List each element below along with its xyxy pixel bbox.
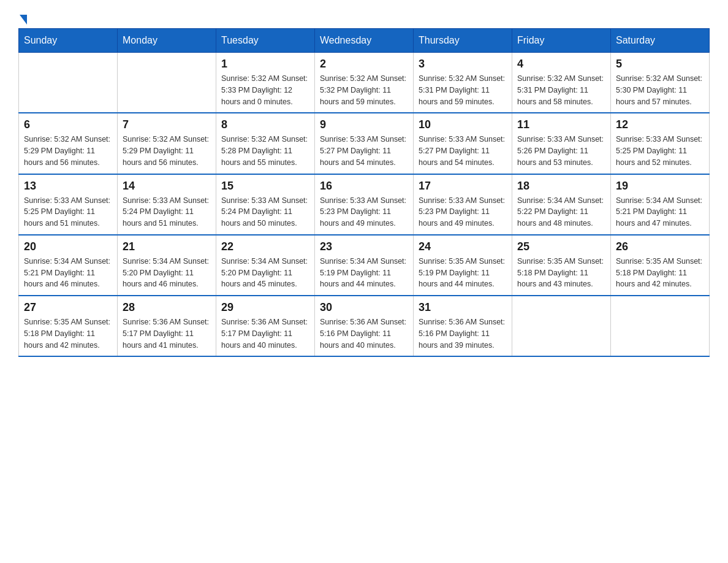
day-number: 7 (123, 118, 211, 131)
calendar-cell: 20Sunrise: 5:34 AM Sunset: 5:21 PM Dayli… (19, 235, 118, 296)
day-number: 4 (517, 58, 605, 71)
calendar-cell: 29Sunrise: 5:36 AM Sunset: 5:17 PM Dayli… (216, 296, 315, 356)
day-number: 22 (221, 240, 309, 253)
day-number: 5 (616, 58, 704, 71)
day-info: Sunrise: 5:32 AM Sunset: 5:30 PM Dayligh… (616, 73, 704, 107)
logo-arrow-icon (20, 15, 27, 25)
day-number: 10 (419, 118, 507, 131)
calendar-cell: 4Sunrise: 5:32 AM Sunset: 5:31 PM Daylig… (512, 53, 611, 113)
calendar-cell: 8Sunrise: 5:32 AM Sunset: 5:28 PM Daylig… (216, 113, 315, 174)
calendar-cell: 2Sunrise: 5:32 AM Sunset: 5:32 PM Daylig… (315, 53, 414, 113)
calendar-cell: 22Sunrise: 5:34 AM Sunset: 5:20 PM Dayli… (216, 235, 315, 296)
day-number: 16 (320, 180, 408, 193)
calendar-cell: 18Sunrise: 5:34 AM Sunset: 5:22 PM Dayli… (512, 174, 611, 235)
day-number: 28 (123, 301, 211, 314)
calendar-header-tuesday: Tuesday (216, 29, 315, 53)
calendar-cell: 9Sunrise: 5:33 AM Sunset: 5:27 PM Daylig… (315, 113, 414, 174)
day-number: 13 (24, 180, 112, 193)
day-info: Sunrise: 5:33 AM Sunset: 5:25 PM Dayligh… (616, 134, 704, 168)
day-info: Sunrise: 5:33 AM Sunset: 5:27 PM Dayligh… (320, 134, 408, 168)
calendar-header-thursday: Thursday (414, 29, 512, 53)
day-number: 9 (320, 118, 408, 131)
calendar-cell: 27Sunrise: 5:35 AM Sunset: 5:18 PM Dayli… (19, 296, 118, 356)
day-info: Sunrise: 5:35 AM Sunset: 5:18 PM Dayligh… (24, 316, 112, 351)
day-info: Sunrise: 5:34 AM Sunset: 5:20 PM Dayligh… (123, 256, 211, 290)
day-number: 21 (123, 240, 211, 253)
day-number: 15 (221, 180, 309, 193)
day-info: Sunrise: 5:34 AM Sunset: 5:19 PM Dayligh… (320, 256, 408, 290)
day-info: Sunrise: 5:35 AM Sunset: 5:18 PM Dayligh… (616, 256, 704, 290)
day-info: Sunrise: 5:33 AM Sunset: 5:23 PM Dayligh… (320, 195, 408, 229)
calendar-header-friday: Friday (512, 29, 611, 53)
day-info: Sunrise: 5:33 AM Sunset: 5:23 PM Dayligh… (419, 195, 507, 229)
day-info: Sunrise: 5:35 AM Sunset: 5:18 PM Dayligh… (517, 256, 605, 290)
day-info: Sunrise: 5:36 AM Sunset: 5:16 PM Dayligh… (419, 316, 507, 351)
day-number: 24 (419, 240, 507, 253)
day-number: 14 (123, 180, 211, 193)
calendar-cell: 30Sunrise: 5:36 AM Sunset: 5:16 PM Dayli… (315, 296, 414, 356)
calendar-cell: 11Sunrise: 5:33 AM Sunset: 5:26 PM Dayli… (512, 113, 611, 174)
day-info: Sunrise: 5:32 AM Sunset: 5:33 PM Dayligh… (221, 73, 309, 107)
page-header (18, 12, 710, 22)
calendar-header-saturday: Saturday (611, 29, 710, 53)
calendar-cell: 15Sunrise: 5:33 AM Sunset: 5:24 PM Dayli… (216, 174, 315, 235)
calendar-cell: 10Sunrise: 5:33 AM Sunset: 5:27 PM Dayli… (414, 113, 512, 174)
day-number: 6 (24, 118, 112, 131)
day-number: 12 (616, 118, 704, 131)
calendar-cell: 3Sunrise: 5:32 AM Sunset: 5:31 PM Daylig… (414, 53, 512, 113)
day-info: Sunrise: 5:32 AM Sunset: 5:31 PM Dayligh… (419, 73, 507, 107)
calendar-cell (611, 296, 710, 356)
day-number: 26 (616, 240, 704, 253)
day-number: 18 (517, 180, 605, 193)
day-number: 11 (517, 118, 605, 131)
day-number: 25 (517, 240, 605, 253)
day-number: 29 (221, 301, 309, 314)
calendar-week-row: 1Sunrise: 5:32 AM Sunset: 5:33 PM Daylig… (19, 53, 710, 113)
calendar-cell (118, 53, 216, 113)
calendar-cell: 16Sunrise: 5:33 AM Sunset: 5:23 PM Dayli… (315, 174, 414, 235)
day-info: Sunrise: 5:32 AM Sunset: 5:28 PM Dayligh… (221, 134, 309, 168)
day-number: 2 (320, 58, 408, 71)
day-info: Sunrise: 5:35 AM Sunset: 5:19 PM Dayligh… (419, 256, 507, 290)
calendar-cell (19, 53, 118, 113)
calendar-cell: 23Sunrise: 5:34 AM Sunset: 5:19 PM Dayli… (315, 235, 414, 296)
calendar-cell: 1Sunrise: 5:32 AM Sunset: 5:33 PM Daylig… (216, 53, 315, 113)
day-info: Sunrise: 5:32 AM Sunset: 5:29 PM Dayligh… (24, 134, 112, 168)
calendar-week-row: 20Sunrise: 5:34 AM Sunset: 5:21 PM Dayli… (19, 235, 710, 296)
day-info: Sunrise: 5:36 AM Sunset: 5:17 PM Dayligh… (123, 316, 211, 351)
calendar-cell: 24Sunrise: 5:35 AM Sunset: 5:19 PM Dayli… (414, 235, 512, 296)
day-info: Sunrise: 5:34 AM Sunset: 5:21 PM Dayligh… (24, 256, 112, 290)
day-info: Sunrise: 5:32 AM Sunset: 5:31 PM Dayligh… (517, 73, 605, 107)
calendar-cell: 14Sunrise: 5:33 AM Sunset: 5:24 PM Dayli… (118, 174, 216, 235)
day-info: Sunrise: 5:33 AM Sunset: 5:26 PM Dayligh… (517, 134, 605, 168)
calendar-header-monday: Monday (118, 29, 216, 53)
calendar-cell: 21Sunrise: 5:34 AM Sunset: 5:20 PM Dayli… (118, 235, 216, 296)
day-info: Sunrise: 5:32 AM Sunset: 5:32 PM Dayligh… (320, 73, 408, 107)
day-number: 30 (320, 301, 408, 314)
calendar-week-row: 13Sunrise: 5:33 AM Sunset: 5:25 PM Dayli… (19, 174, 710, 235)
calendar-cell: 19Sunrise: 5:34 AM Sunset: 5:21 PM Dayli… (611, 174, 710, 235)
day-info: Sunrise: 5:33 AM Sunset: 5:24 PM Dayligh… (123, 195, 211, 229)
calendar-table: SundayMondayTuesdayWednesdayThursdayFrid… (18, 28, 710, 357)
calendar-cell: 7Sunrise: 5:32 AM Sunset: 5:29 PM Daylig… (118, 113, 216, 174)
calendar-cell (512, 296, 611, 356)
calendar-cell: 28Sunrise: 5:36 AM Sunset: 5:17 PM Dayli… (118, 296, 216, 356)
calendar-cell: 6Sunrise: 5:32 AM Sunset: 5:29 PM Daylig… (19, 113, 118, 174)
day-number: 3 (419, 58, 507, 71)
day-info: Sunrise: 5:34 AM Sunset: 5:20 PM Dayligh… (221, 256, 309, 290)
day-number: 31 (419, 301, 507, 314)
calendar-header-sunday: Sunday (19, 29, 118, 53)
calendar-cell: 13Sunrise: 5:33 AM Sunset: 5:25 PM Dayli… (19, 174, 118, 235)
calendar-cell: 26Sunrise: 5:35 AM Sunset: 5:18 PM Dayli… (611, 235, 710, 296)
day-number: 23 (320, 240, 408, 253)
calendar-cell: 31Sunrise: 5:36 AM Sunset: 5:16 PM Dayli… (414, 296, 512, 356)
day-info: Sunrise: 5:33 AM Sunset: 5:27 PM Dayligh… (419, 134, 507, 168)
calendar-header-wednesday: Wednesday (315, 29, 414, 53)
calendar-week-row: 27Sunrise: 5:35 AM Sunset: 5:18 PM Dayli… (19, 296, 710, 356)
calendar-cell: 12Sunrise: 5:33 AM Sunset: 5:25 PM Dayli… (611, 113, 710, 174)
day-info: Sunrise: 5:34 AM Sunset: 5:22 PM Dayligh… (517, 195, 605, 229)
calendar-cell: 17Sunrise: 5:33 AM Sunset: 5:23 PM Dayli… (414, 174, 512, 235)
calendar-cell: 25Sunrise: 5:35 AM Sunset: 5:18 PM Dayli… (512, 235, 611, 296)
calendar-week-row: 6Sunrise: 5:32 AM Sunset: 5:29 PM Daylig… (19, 113, 710, 174)
day-number: 20 (24, 240, 112, 253)
